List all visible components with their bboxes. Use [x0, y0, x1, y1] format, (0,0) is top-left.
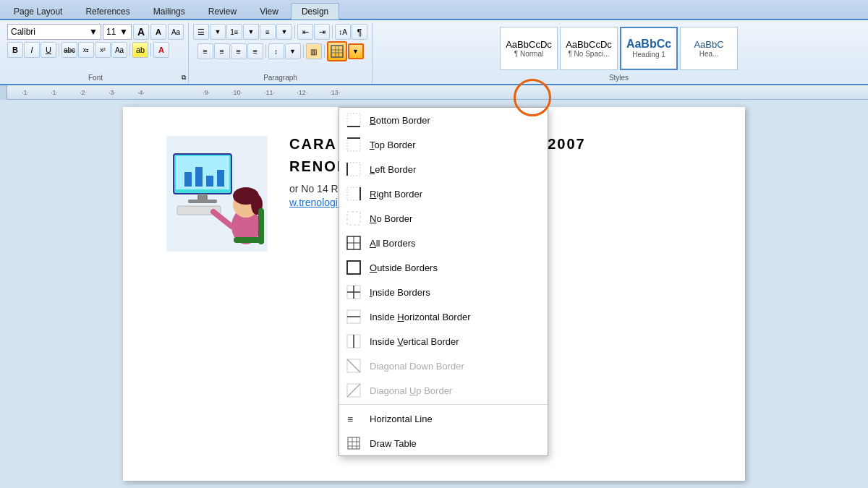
border-button[interactable] — [327, 41, 347, 61]
bold-button[interactable]: B — [7, 42, 23, 58]
highlight-color-button[interactable]: ab — [132, 42, 148, 58]
draw-table-icon — [345, 435, 362, 452]
svg-rect-30 — [348, 437, 359, 449]
style-heading1-label: Heading 1 — [632, 51, 665, 59]
menu-item-inside-h-border[interactable]: Inside Horizontal Border — [339, 304, 548, 329]
italic-button[interactable]: I — [24, 42, 40, 58]
menu-item-right-border[interactable]: Right Border — [339, 181, 548, 206]
menu-item-left-border[interactable]: Left Border — [339, 157, 548, 181]
menu-item-draw-table[interactable]: Draw Table — [339, 431, 548, 455]
align-right-button[interactable]: ≡ — [231, 43, 247, 59]
document-illustration — [166, 136, 268, 252]
bullets-arrow[interactable]: ▼ — [210, 24, 226, 40]
style-normal-label: ¶ Normal — [514, 50, 543, 58]
no-border-icon — [345, 210, 362, 227]
all-borders-label: All Borders — [370, 238, 542, 249]
menu-divider — [339, 404, 548, 405]
style-heading2-label: Hea... — [699, 50, 719, 58]
horizontal-line-label: Horizontal Line — [370, 414, 542, 424]
style-normal-preview: AaBbCcDc — [506, 39, 552, 50]
style-no-spacing[interactable]: AaBbCcDc ¶ No Spaci... — [560, 27, 618, 70]
style-normal[interactable]: AaBbCcDc ¶ Normal — [500, 27, 558, 70]
align-left-button[interactable]: ≡ — [197, 43, 213, 59]
tab-page-layout[interactable]: Page Layout — [3, 3, 73, 20]
inside-h-border-label: Inside Horizontal Border — [370, 312, 542, 322]
text-effects-button[interactable]: Aa — [111, 42, 127, 58]
tab-bar: Page Layout References Mailings Review V… — [0, 0, 868, 20]
font-name-dropdown[interactable]: Calibri ▼ — [7, 24, 101, 40]
font-size-dropdown[interactable]: 11 ▼ — [103, 24, 132, 40]
menu-item-no-border[interactable]: No Border — [339, 206, 548, 231]
ribbon-group-styles: AaBbCcDc ¶ Normal AaBbCcDc ¶ No Spaci...… — [373, 22, 865, 84]
svg-line-28 — [347, 384, 360, 397]
right-border-icon — [345, 185, 362, 202]
sort-button[interactable]: ↕A — [335, 24, 351, 40]
menu-item-all-borders[interactable]: All Borders — [339, 231, 548, 255]
style-heading2-preview: AaBbC — [694, 39, 723, 50]
change-case-button[interactable]: Aa — [168, 24, 184, 40]
numbering-button[interactable]: 1≡ — [226, 24, 242, 40]
menu-item-top-border[interactable]: Top Border — [339, 132, 548, 157]
bottom-border-label: Bottom Border — [370, 115, 542, 126]
inside-h-border-icon — [345, 308, 362, 325]
underline-button[interactable]: U — [41, 42, 56, 58]
tab-references[interactable]: References — [75, 3, 140, 20]
diag-up-border-icon — [345, 382, 362, 399]
style-nospacing-label: ¶ No Spaci... — [568, 50, 609, 58]
show-formatting-button[interactable]: ¶ — [352, 24, 367, 40]
menu-item-diag-down-border: Diagonal Down Border — [339, 354, 548, 378]
tab-mailings[interactable]: Mailings — [142, 3, 196, 20]
multilevel-arrow[interactable]: ▼ — [276, 24, 292, 40]
illustration-svg — [170, 140, 264, 248]
svg-text:≡: ≡ — [347, 414, 353, 425]
bullets-button[interactable]: ☰ — [193, 24, 209, 40]
grow-font-button[interactable]: A — [133, 24, 149, 40]
align-center-button[interactable]: ≡ — [214, 43, 230, 59]
ribbon-group-paragraph: ☰ ▼ 1≡ ▼ ≡ ▼ ⇤ ⇥ ↕A ¶ ≡ ≡ ≡ ≡ ↕ ▼ — [189, 22, 373, 84]
superscript-button[interactable]: x² — [95, 42, 111, 58]
left-border-label: Left Border — [370, 164, 542, 175]
line-spacing-button[interactable]: ↕ — [268, 43, 284, 59]
ruler-area: ·1· ·1· ·2· ·3· ·4· ·9· ·10· ·11· ·12· ·… — [0, 85, 868, 100]
subscript-button[interactable]: x₂ — [78, 42, 94, 58]
tab-review[interactable]: Review — [197, 3, 247, 20]
line-spacing-arrow[interactable]: ▼ — [285, 43, 301, 59]
ribbon-group-font: Calibri ▼ 11 ▼ A A Aa B I U abc x₂ x² Aa — [3, 22, 189, 84]
inside-borders-label: Inside Borders — [370, 287, 542, 298]
multilevel-button[interactable]: ≡ — [260, 24, 276, 40]
strikethrough-button[interactable]: abc — [61, 42, 77, 58]
font-dialog-launcher[interactable]: ⧉ — [182, 74, 186, 82]
svg-rect-17 — [347, 261, 360, 274]
style-heading1[interactable]: AaBbCc Heading 1 — [620, 27, 678, 70]
shrink-font-button[interactable]: A — [150, 24, 166, 40]
menu-item-diag-up-border: Diagonal Up Border — [339, 378, 548, 403]
decrease-indent-button[interactable]: ⇤ — [297, 24, 313, 40]
svg-rect-37 — [184, 172, 192, 187]
style-heading2[interactable]: AaBbC Hea... — [680, 27, 738, 70]
svg-rect-40 — [217, 170, 224, 187]
style-nospacing-preview: AaBbCcDc — [566, 39, 612, 50]
menu-item-horizontal-line[interactable]: ≡ Horizontal Line — [339, 406, 548, 431]
menu-item-outside-borders[interactable]: Outside Borders — [339, 255, 548, 280]
bottom-border-icon — [345, 111, 362, 129]
tab-design[interactable]: Design — [291, 3, 339, 20]
menu-item-bottom-border[interactable]: Bottom Border — [339, 108, 548, 132]
inside-v-border-icon — [345, 333, 362, 350]
menu-item-inside-v-border[interactable]: Inside Vertical Border — [339, 329, 548, 354]
menu-item-inside-borders[interactable]: Inside Borders — [339, 280, 548, 304]
svg-rect-9 — [347, 163, 360, 176]
tab-view[interactable]: View — [249, 3, 289, 20]
styles-group-label: Styles — [373, 74, 865, 82]
diag-down-border-label: Diagonal Down Border — [370, 361, 542, 372]
font-format-row: B I U abc x₂ x² Aa ab A — [7, 42, 169, 58]
increase-indent-button[interactable]: ⇥ — [314, 24, 330, 40]
svg-line-26 — [347, 359, 360, 372]
numbering-arrow[interactable]: ▼ — [243, 24, 259, 40]
justify-button[interactable]: ≡ — [247, 43, 263, 59]
border-arrow[interactable]: ▼ — [348, 43, 364, 59]
paragraph-group-label: Paragraph — [189, 74, 372, 82]
shading-button[interactable]: ▥ — [306, 43, 322, 59]
font-color-button[interactable]: A — [153, 42, 169, 58]
ribbon: Calibri ▼ 11 ▼ A A Aa B I U abc x₂ x² Aa — [0, 20, 868, 85]
diag-down-border-icon — [345, 357, 362, 374]
